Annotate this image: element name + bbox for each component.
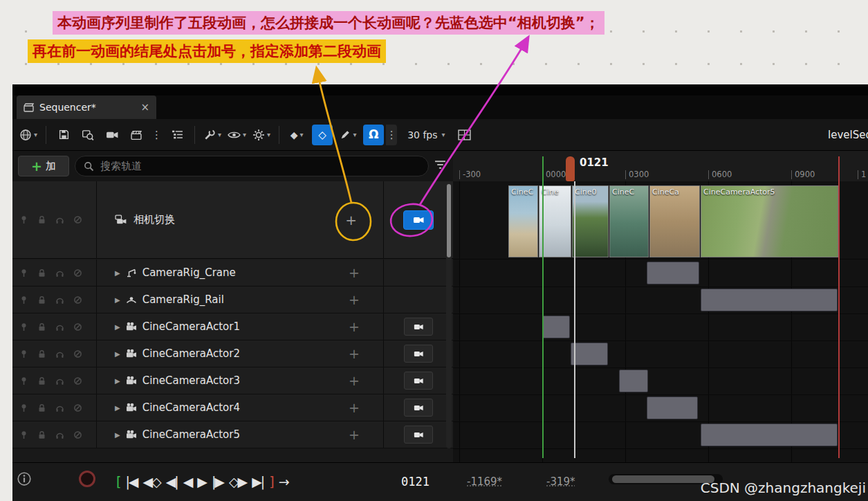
add-section-plus-icon[interactable]: + <box>349 346 360 361</box>
expand-caret-icon[interactable]: ▶ <box>115 350 120 358</box>
fps-dropdown[interactable]: 30 fps ▾ <box>403 129 449 140</box>
lock-viewport-to-camera-button[interactable] <box>404 372 433 390</box>
camera-cut-thumbnail[interactable]: CineC <box>609 185 649 257</box>
expand-caret-icon[interactable]: ▶ <box>115 431 120 439</box>
view-range-end-value[interactable]: -319* <box>546 475 575 488</box>
lock-icon[interactable] <box>37 215 46 224</box>
track-row-camera-cuts[interactable]: 相机切换 + <box>12 181 453 259</box>
playback-range-end-line[interactable] <box>838 156 840 458</box>
track-row-cinecameraactor4[interactable]: ▶ CineCameraActor4 + <box>12 394 453 421</box>
playhead-marker[interactable] <box>566 156 575 181</box>
track-row-cinecameraactor3[interactable]: ▶ CineCameraActor3 + <box>12 367 453 394</box>
mute-icon[interactable] <box>73 322 82 331</box>
mute-icon[interactable] <box>73 215 82 224</box>
mute-icon[interactable] <box>73 295 82 304</box>
track-name-cell[interactable]: ▶ CineCameraActor2 + <box>97 340 383 367</box>
track-name-cell[interactable]: ▶ CineCameraActor1 + <box>97 313 383 340</box>
pin-icon[interactable] <box>19 295 28 304</box>
mute-icon[interactable] <box>73 376 82 385</box>
add-section-plus-icon[interactable]: + <box>349 373 360 388</box>
camera-cut-thumbnail[interactable]: CineCameraActor5 <box>701 185 838 257</box>
scrollbar-thumb[interactable] <box>612 475 714 483</box>
camera-cut-thumbnail[interactable]: Cine0 <box>572 185 609 257</box>
add-track-button[interactable]: + 加 <box>18 156 69 176</box>
track-section-bar[interactable] <box>542 316 570 338</box>
camera-cut-thumbnail[interactable]: CineCa <box>649 185 700 257</box>
solo-headphone-icon[interactable] <box>55 295 64 304</box>
solo-headphone-icon[interactable] <box>55 376 64 385</box>
camera-cut-thumbnail[interactable]: Cine <box>539 185 571 257</box>
lock-icon[interactable] <box>37 349 46 358</box>
lock-icon[interactable] <box>37 322 46 331</box>
create-camera-button[interactable] <box>103 125 121 145</box>
camera-cut-thumbnail[interactable]: CineC <box>508 185 538 257</box>
pin-icon[interactable] <box>19 376 28 385</box>
world-outliner-button[interactable]: ▾ <box>19 125 37 145</box>
expand-caret-icon[interactable]: ▶ <box>115 323 120 331</box>
lock-icon[interactable] <box>37 403 46 412</box>
snap-options-button[interactable]: ⋮ <box>386 125 397 145</box>
sequencer-tree-button[interactable] <box>168 125 186 145</box>
transport-prev-keyframe[interactable]: ◀◇ <box>142 472 160 491</box>
render-options-kebab-icon[interactable]: ⋮ <box>151 129 162 141</box>
timeline-ruler[interactable]: -300000003000600090010121 <box>453 151 868 182</box>
filter-icon[interactable] <box>434 160 446 170</box>
add-section-plus-icon[interactable]: + <box>349 292 360 307</box>
playhead-line[interactable] <box>574 181 575 458</box>
keyframe-options-button[interactable]: ◆ ▾ <box>288 125 306 145</box>
expand-caret-icon[interactable]: ▶ <box>115 404 120 412</box>
transport-to-end[interactable]: ▶| <box>252 472 264 491</box>
lock-icon[interactable] <box>37 376 46 385</box>
track-name-cell[interactable]: ▶ CineCameraActor5 + <box>97 421 383 448</box>
track-row-camerarig_rail[interactable]: ▶ CameraRig_Rail + <box>12 286 453 313</box>
lock-icon[interactable] <box>37 268 46 277</box>
track-row-cinecameraactor5[interactable]: ▶ CineCameraActor5 + <box>12 421 453 448</box>
track-section-bar[interactable] <box>701 289 838 311</box>
transport-advance[interactable]: → <box>279 472 288 491</box>
expand-caret-icon[interactable]: ▶ <box>115 269 120 277</box>
lock-icon[interactable] <box>37 430 46 439</box>
solo-headphone-icon[interactable] <box>55 349 64 358</box>
track-section-bar[interactable] <box>571 343 608 365</box>
curve-editor-button[interactable] <box>456 125 474 145</box>
lock-icon[interactable] <box>37 295 46 304</box>
track-section-bar[interactable] <box>647 397 698 419</box>
track-name-cell[interactable]: ▶ CineCameraActor4 + <box>97 394 383 421</box>
playback-options-button[interactable]: ▾ <box>252 125 270 145</box>
track-panel-scrollbar[interactable] <box>446 183 452 448</box>
add-section-plus-icon[interactable]: + <box>349 427 360 442</box>
camera-cuts-lock-viewport-button[interactable] <box>403 210 434 230</box>
add-section-plus-icon[interactable]: + <box>349 265 360 280</box>
search-input[interactable] <box>99 159 420 173</box>
transport-play-reverse[interactable]: ◀ <box>183 472 192 491</box>
track-name-cell[interactable]: ▶ CameraRig_Crane + <box>97 259 383 286</box>
expand-caret-icon[interactable]: ▶ <box>115 377 120 385</box>
transport-set-end-bracket[interactable]: ] <box>269 472 273 491</box>
pin-icon[interactable] <box>19 215 28 224</box>
tab-close-icon[interactable]: × <box>140 101 149 113</box>
track-section-bar[interactable] <box>647 262 699 284</box>
pin-icon[interactable] <box>19 403 28 412</box>
view-range-start-value[interactable]: -1169* <box>467 475 502 488</box>
pin-icon[interactable] <box>19 268 28 277</box>
add-section-plus-icon[interactable]: + <box>349 319 360 334</box>
solo-headphone-icon[interactable] <box>55 430 64 439</box>
transport-step-back[interactable]: ◀| <box>166 472 178 491</box>
lock-viewport-to-camera-button[interactable] <box>404 426 433 444</box>
pin-icon[interactable] <box>19 430 28 439</box>
track-name-cell[interactable]: ▶ CineCameraActor3 + <box>97 367 383 394</box>
playback-range-start-line[interactable] <box>542 156 544 458</box>
current-frame-display[interactable]: 0121 <box>401 475 430 489</box>
transport-set-start-bracket[interactable]: [ <box>116 472 120 491</box>
save-button[interactable] <box>55 125 73 145</box>
actions-menu-button[interactable]: ▾ <box>203 125 221 145</box>
mute-icon[interactable] <box>73 403 82 412</box>
track-name-cell[interactable]: ▶ CameraRig_Rail + <box>97 286 383 313</box>
transport-to-front[interactable]: |◀ <box>125 472 137 491</box>
info-icon[interactable] <box>17 471 32 486</box>
pin-icon[interactable] <box>19 322 28 331</box>
expand-caret-icon[interactable]: ▶ <box>115 296 120 304</box>
mute-icon[interactable] <box>73 268 82 277</box>
track-search-box[interactable] <box>75 156 429 176</box>
track-row-cinecameraactor2[interactable]: ▶ CineCameraActor2 + <box>12 340 453 367</box>
